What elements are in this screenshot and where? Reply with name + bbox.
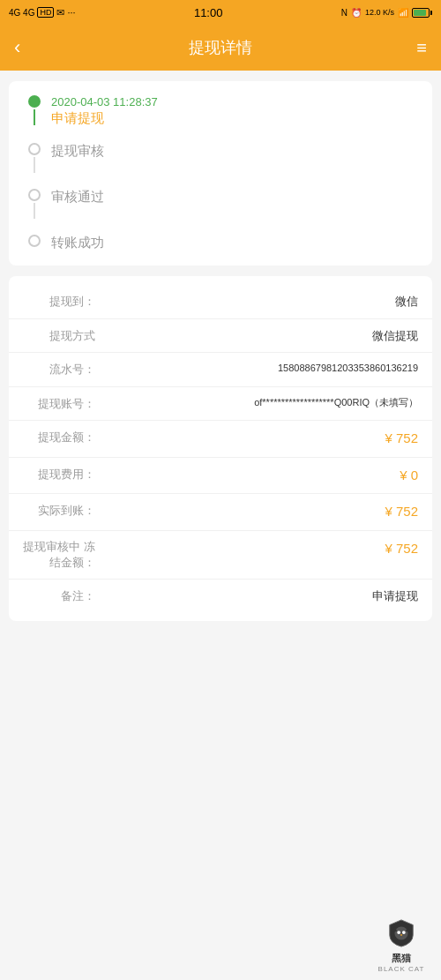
brand-english: BLACK CAT <box>378 965 425 973</box>
timeline-item-1: 2020-04-03 11:28:37 申请提现 <box>26 95 418 143</box>
timeline-dot-2 <box>28 143 41 155</box>
info-row-7: 提现审核中 冻结金额： ¥ 752 <box>9 531 432 580</box>
info-label-7: 提现审核中 冻结金额： <box>23 539 102 571</box>
info-row-1: 提现方式 微信提现 <box>9 319 432 354</box>
status-right: N ⏰ 12.0 K/s 📶 <box>341 8 432 18</box>
info-value-5: ¥ 0 <box>102 466 418 486</box>
status-bar: 4G 4G HD ✉ ··· 11:00 N ⏰ 12.0 K/s 📶 <box>0 0 441 25</box>
info-row-0: 提现到： 微信 <box>9 285 432 319</box>
info-value-0: 微信 <box>102 293 418 310</box>
timeline-dot-1 <box>28 95 41 108</box>
timeline-date-1: 2020-04-03 11:28:37 <box>51 95 418 108</box>
info-row-2: 流水号： 15808867981203353860136219 <box>9 353 432 387</box>
timeline-line-3 <box>34 203 35 219</box>
speed-text: 12.0 K/s <box>365 8 394 17</box>
info-label-1: 提现方式 <box>23 327 102 345</box>
info-row-5: 提现费用： ¥ 0 <box>9 458 432 495</box>
info-value-3: of*******************Q00RIQ（未填写） <box>102 395 418 410</box>
timeline-dot-4 <box>28 235 41 247</box>
timeline-line-1 <box>34 109 35 125</box>
menu-button[interactable]: ≡ <box>416 38 427 58</box>
timeline-item-4: 转账成功 <box>26 235 418 251</box>
brand-chinese: 黑猫 <box>392 952 411 965</box>
info-row-8: 备注： 申请提现 <box>9 580 432 613</box>
info-label-4: 提现金额： <box>23 429 102 446</box>
info-row-4: 提现金额： ¥ 752 <box>9 421 432 458</box>
dots: ··· <box>67 7 75 18</box>
info-label-8: 备注： <box>23 587 102 605</box>
timeline-dot-3 <box>28 189 41 201</box>
notification-icon: N <box>341 8 348 18</box>
info-row-6: 实际到账： ¥ 752 <box>9 494 432 531</box>
info-label-5: 提现费用： <box>23 466 102 483</box>
info-row-3: 提现账号： of*******************Q00RIQ（未填写） <box>9 387 432 422</box>
timeline-line-2 <box>34 157 35 173</box>
timeline-content-1: 2020-04-03 11:28:37 申请提现 <box>51 95 418 127</box>
timeline-label-4: 转账成功 <box>51 235 418 251</box>
blackcat-logo-icon <box>385 918 417 948</box>
info-label-2: 流水号： <box>23 361 102 378</box>
back-button[interactable]: ‹ <box>14 36 20 59</box>
svg-point-4 <box>402 931 406 934</box>
timeline-card: 2020-04-03 11:28:37 申请提现 提现审核 审核通过 <box>9 81 432 266</box>
page-title: 提现详情 <box>189 37 252 58</box>
info-value-7: ¥ 752 <box>102 539 418 559</box>
timeline-content-2: 提现审核 <box>51 143 418 160</box>
info-card: 提现到： 微信 提现方式 微信提现 流水号： 15808867981203353… <box>9 276 432 621</box>
alarm-icon: ⏰ <box>351 8 362 18</box>
info-label-3: 提现账号： <box>23 395 102 413</box>
timeline-label-2: 提现审核 <box>51 143 418 160</box>
wifi-icon: 📶 <box>398 8 408 18</box>
info-value-8: 申请提现 <box>102 587 418 605</box>
info-value-4: ¥ 752 <box>102 429 418 449</box>
timeline-item-3: 审核通过 <box>26 189 418 235</box>
svg-point-3 <box>397 931 400 934</box>
status-time: 11:00 <box>194 6 223 19</box>
timeline-content-4: 转账成功 <box>51 235 418 251</box>
signal-text: 4G 4G <box>9 8 34 18</box>
hd-badge: HD <box>37 7 54 18</box>
info-value-6: ¥ 752 <box>102 502 418 522</box>
info-label-6: 实际到账： <box>23 502 102 520</box>
timeline: 2020-04-03 11:28:37 申请提现 提现审核 审核通过 <box>26 95 418 251</box>
header: ‹ 提现详情 ≡ <box>0 25 441 71</box>
svg-point-5 <box>400 934 402 936</box>
email-icon: ✉ <box>56 7 64 19</box>
battery-icon <box>412 8 432 18</box>
timeline-label-1: 申请提现 <box>51 110 418 127</box>
info-label-0: 提现到： <box>23 293 102 310</box>
info-value-1: 微信提现 <box>102 327 418 345</box>
svg-point-0 <box>394 926 407 939</box>
timeline-content-3: 审核通过 <box>51 189 418 206</box>
timeline-label-3: 审核通过 <box>51 189 418 206</box>
bottom-logo: 黑猫 BLACK CAT <box>362 918 441 980</box>
info-value-2: 15808867981203353860136219 <box>102 361 418 376</box>
status-left: 4G 4G HD ✉ ··· <box>9 7 76 19</box>
timeline-item-2: 提现审核 <box>26 143 418 189</box>
